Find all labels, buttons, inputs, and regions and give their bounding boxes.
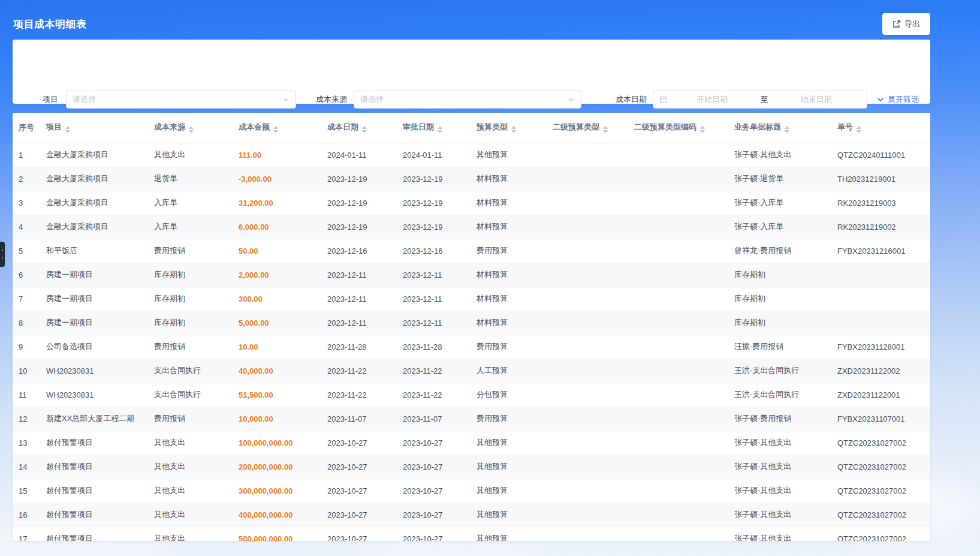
column-label: 成本来源 [154,122,185,131]
cell-budget-type2 [547,335,628,359]
cell-approve-date: 2023-11-28 [397,335,471,359]
sort-caret-icon[interactable] [511,126,516,133]
cell-doc-no: FYBX20231107001 [831,407,930,431]
start-date-input[interactable]: 开始日期 [668,94,757,105]
cell-cost-date: 2023-10-27 [321,503,397,527]
cell-index: 12 [13,407,40,431]
table-row: 4金融大厦采购项目入库单6,000.002023-12-192023-12-19… [13,215,930,239]
cell-doc-title: 汪振-费用报销 [728,335,831,359]
cell-source: 其他支出 [148,455,233,479]
cell-index: 3 [13,191,40,215]
cell-budget-code2 [628,407,728,431]
cost-date-range-picker[interactable]: 开始日期 至 结束日期 [653,91,867,109]
expand-filters-link[interactable]: 展开筛选 [876,91,919,109]
export-button[interactable]: 导出 [882,13,930,35]
cell-budget-code2 [628,167,728,191]
project-select[interactable]: 请选择 [66,91,296,109]
cell-budget-type: 人工预算 [471,359,547,383]
cell-budget-type: 材料预算 [471,215,547,239]
cell-budget-type2 [547,383,628,407]
cell-budget-type2 [547,215,628,239]
cell-project: 金融大厦采购项目 [40,215,148,239]
cell-budget-type2 [547,311,628,335]
cell-doc-no [831,287,930,311]
cell-index: 7 [13,287,40,311]
cell-index: 8 [13,311,40,335]
end-date-input[interactable]: 结束日期 [772,94,861,105]
cost-source-select[interactable]: 请选择 [354,91,581,109]
cell-cost-date: 2023-12-11 [321,311,397,335]
cell-amount: 5,000.00 [233,311,321,335]
sort-caret-icon[interactable] [189,126,194,133]
sort-caret-icon[interactable] [65,126,70,133]
cell-budget-code2 [628,527,728,541]
sort-caret-icon[interactable] [857,126,861,133]
cost-table-card: 序号项目成本来源成本金额成本日期审批日期预算类型二级预算类型二级预算类型编码业务… [13,113,930,541]
cell-budget-type2 [547,263,628,287]
cell-doc-no: RK20231219002 [831,215,930,239]
page-title: 项目成本明细表 [13,17,87,31]
column-label: 序号 [19,123,34,132]
column-header-source[interactable]: 成本来源 [148,113,233,143]
column-header-doc-title[interactable]: 业务单据标题 [728,113,831,143]
cell-budget-code2 [628,287,728,311]
cell-doc-title: 张子硕-其他支出 [728,527,831,541]
column-header-cost-date[interactable]: 成本日期 [321,113,397,143]
column-header-amount[interactable]: 成本金额 [233,113,321,143]
cell-index: 15 [13,479,40,503]
expand-filters-label: 展开筛选 [888,94,919,105]
cell-budget-type: 其他预算 [471,479,547,503]
sort-caret-icon[interactable] [603,126,608,133]
table-row: 1金融大厦采购项目其他支出111.002024-01-112024-01-11其… [13,143,930,167]
cell-budget-type2 [547,143,628,167]
calendar-icon [659,95,668,104]
column-header-budget-type2[interactable]: 二级预算类型 [547,113,628,143]
cell-approve-date: 2023-11-22 [397,359,471,383]
cell-amount: 100,000,000.00 [233,431,321,455]
cell-cost-date: 2023-12-19 [321,191,397,215]
cell-budget-code2 [628,335,728,359]
cell-project: 房建一期项目 [40,311,148,335]
column-header-doc-no[interactable]: 单号 [831,113,930,143]
column-header-approve-date[interactable]: 审批日期 [397,113,471,143]
cell-doc-title: 王洪-支出合同执行 [728,383,831,407]
table-row: 9公司备选项目费用报销10.002023-11-282023-11-28费用预算… [13,335,930,359]
sort-caret-icon[interactable] [700,126,705,133]
column-label: 项目 [46,122,62,131]
cell-source: 支出合同执行 [148,383,233,407]
cell-doc-no: QTZC20231027002 [831,527,930,541]
cell-approve-date: 2023-10-27 [397,479,471,503]
cell-index: 9 [13,335,40,359]
cell-source: 其他支出 [148,431,233,455]
cell-budget-code2 [628,359,728,383]
cost-source-filter-label: 成本来源 [301,91,347,109]
cell-cost-date: 2023-12-16 [321,239,397,263]
cell-cost-date: 2023-10-27 [321,455,397,479]
cell-doc-title: 张子硕-其他支出 [728,431,831,455]
cell-amount: 31,200.00 [233,191,321,215]
column-label: 二级预算类型编码 [634,122,696,131]
cell-doc-title: 库存期初 [728,287,831,311]
column-header-budget-code2[interactable]: 二级预算类型编码 [628,113,728,143]
sort-caret-icon[interactable] [273,126,278,133]
cell-source: 入库单 [148,215,233,239]
cell-doc-title: 库存期初 [728,311,831,335]
cell-doc-title: 张子硕-退货单 [728,167,831,191]
left-drawer-handle[interactable] [0,242,5,267]
cell-project: 金融大厦采购项目 [40,143,148,167]
column-header-budget-type[interactable]: 预算类型 [471,113,547,143]
cell-doc-title: 张子硕-其他支出 [728,503,831,527]
cell-budget-type2 [547,407,628,431]
project-select-placeholder: 请选择 [73,94,282,105]
cell-doc-no: QTZC20240111001 [831,143,930,167]
cell-doc-no: TH20231219001 [831,167,930,191]
sort-caret-icon[interactable] [362,126,367,133]
cell-source: 其他支出 [148,143,233,167]
table-row: 5和平饭店费用报销50.002023-12-162023-12-16费用预算曾祥… [13,239,930,263]
cell-project: 新建XX总部大厦工程二期 [40,407,148,431]
cell-budget-code2 [628,479,728,503]
cell-budget-code2 [628,383,728,407]
sort-caret-icon[interactable] [438,126,442,133]
sort-caret-icon[interactable] [785,126,789,133]
column-header-project[interactable]: 项目 [40,113,148,143]
